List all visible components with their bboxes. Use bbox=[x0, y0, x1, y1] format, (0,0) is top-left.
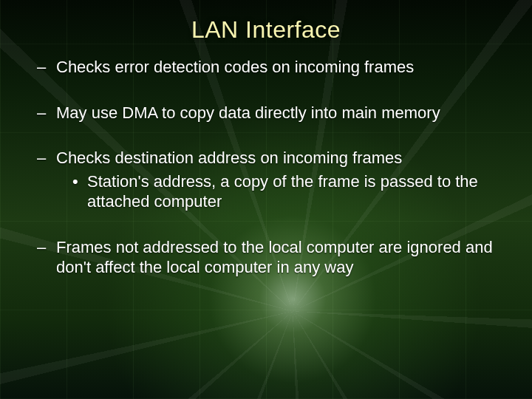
bullet-text: Frames not addressed to the local comput… bbox=[56, 238, 493, 277]
list-item: May use DMA to copy data directly into m… bbox=[37, 103, 502, 123]
slide: LAN Interface Checks error detection cod… bbox=[0, 0, 532, 399]
sub-bullet-text: Station's address, a copy of the frame i… bbox=[87, 172, 478, 211]
bullet-text: May use DMA to copy data directly into m… bbox=[56, 103, 440, 122]
sub-list: Station's address, a copy of the frame i… bbox=[56, 171, 502, 212]
sub-list-item: Station's address, a copy of the frame i… bbox=[72, 171, 502, 212]
slide-content: LAN Interface Checks error detection cod… bbox=[0, 0, 532, 278]
list-item: Frames not addressed to the local comput… bbox=[37, 237, 502, 278]
list-item: Checks error detection codes on incoming… bbox=[37, 57, 502, 78]
list-item: Checks destination address on incoming f… bbox=[37, 148, 502, 212]
bullet-text: Checks destination address on incoming f… bbox=[56, 149, 402, 167]
slide-title: LAN Interface bbox=[30, 16, 502, 44]
bullet-text: Checks error detection codes on incoming… bbox=[56, 58, 414, 76]
bullet-list: Checks error detection codes on incoming… bbox=[30, 57, 502, 278]
